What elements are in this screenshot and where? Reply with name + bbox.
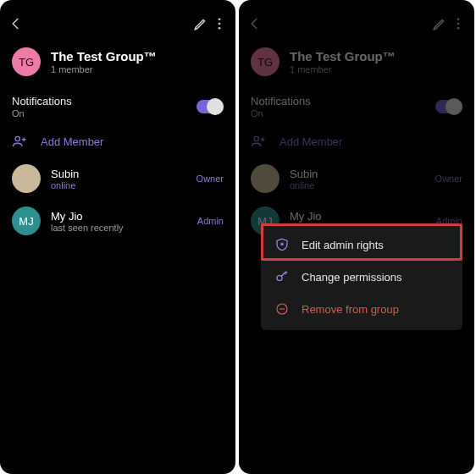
shield-star-icon — [274, 237, 290, 252]
add-member-icon — [12, 134, 27, 149]
back-icon[interactable] — [7, 14, 25, 33]
member-status: online — [51, 180, 186, 190]
group-avatar: TG — [12, 47, 41, 76]
add-member-button[interactable]: Add Member — [0, 125, 235, 157]
add-member-icon — [251, 134, 266, 149]
notifications-value: On — [251, 108, 435, 118]
group-subtitle: 1 member — [51, 64, 157, 74]
member-role: Owner — [435, 174, 462, 184]
member-row[interactable]: Subin online Owner — [239, 157, 474, 200]
add-member-label: Add Member — [41, 135, 103, 148]
svg-point-3 — [15, 136, 19, 141]
group-subtitle: 1 member — [290, 64, 396, 74]
notifications-label: Notifications — [12, 95, 196, 107]
notifications-toggle[interactable] — [435, 100, 462, 113]
menu-label: Change permissions — [302, 271, 402, 284]
context-menu: Edit admin rights Change permissions Rem… — [261, 223, 462, 330]
more-icon[interactable] — [210, 14, 229, 33]
group-header: TG The Test Group™ 1 member — [239, 41, 474, 88]
edit-icon[interactable] — [430, 14, 449, 33]
group-title: The Test Group™ — [51, 49, 157, 63]
member-avatar: MJ — [12, 207, 41, 235]
key-icon — [274, 269, 290, 284]
edit-icon[interactable] — [191, 14, 210, 33]
group-avatar: TG — [251, 47, 280, 76]
member-avatar — [251, 164, 280, 193]
top-bar — [0, 0, 235, 41]
member-status: last seen recently — [51, 223, 187, 233]
notifications-value: On — [12, 108, 196, 118]
menu-label: Edit admin rights — [302, 239, 384, 251]
notifications-row[interactable]: Notifications On — [0, 88, 235, 125]
group-header: TG The Test Group™ 1 member — [0, 41, 235, 88]
member-role: Admin — [197, 216, 224, 226]
menu-remove[interactable]: Remove from group — [261, 293, 462, 325]
menu-edit-admin[interactable]: Edit admin rights — [261, 229, 462, 261]
add-member-button[interactable]: Add Member — [239, 125, 474, 157]
member-name: Subin — [51, 168, 186, 180]
svg-point-2 — [219, 27, 221, 30]
svg-point-5 — [457, 23, 460, 25]
svg-point-1 — [219, 23, 221, 25]
member-name: My Jio — [51, 210, 187, 223]
notifications-row[interactable]: Notifications On — [239, 88, 474, 125]
member-role: Owner — [196, 174, 224, 184]
notifications-label: Notifications — [251, 95, 435, 107]
svg-point-4 — [457, 18, 460, 20]
more-icon[interactable] — [449, 14, 468, 33]
svg-point-6 — [457, 27, 460, 30]
add-member-label: Add Member — [280, 135, 342, 148]
menu-change-permissions[interactable]: Change permissions — [261, 261, 462, 293]
remove-icon — [274, 301, 290, 317]
screen-right: TG The Test Group™ 1 member Notification… — [239, 0, 474, 474]
member-row[interactable]: MJ My Jio last seen recently Admin — [0, 200, 235, 242]
menu-label: Remove from group — [302, 303, 399, 316]
member-row[interactable]: Subin online Owner — [0, 157, 235, 200]
group-title: The Test Group™ — [290, 49, 396, 63]
svg-point-0 — [219, 18, 221, 20]
notifications-toggle[interactable] — [196, 100, 224, 113]
top-bar — [239, 0, 474, 41]
member-name: My Jio — [290, 210, 426, 223]
member-name: Subin — [290, 168, 425, 180]
member-status: online — [290, 180, 425, 190]
back-icon[interactable] — [246, 14, 264, 33]
member-avatar — [12, 164, 41, 193]
screen-left: TG The Test Group™ 1 member Notification… — [0, 0, 235, 474]
svg-point-7 — [254, 136, 258, 141]
svg-point-8 — [277, 276, 282, 281]
